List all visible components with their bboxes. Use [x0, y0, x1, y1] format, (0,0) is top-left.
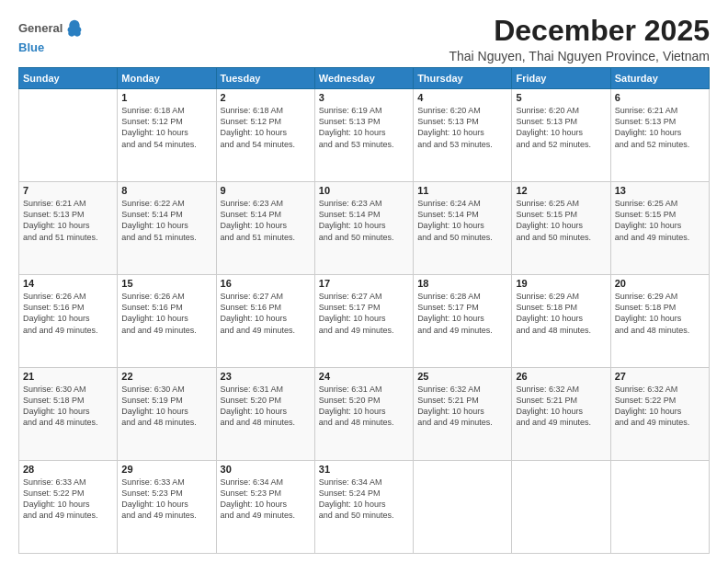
daylight-label: Daylight: 10 hours — [23, 499, 113, 510]
calendar-day-header: Friday — [512, 68, 610, 89]
calendar-table: SundayMondayTuesdayWednesdayThursdayFrid… — [18, 67, 710, 554]
calendar-cell: 26Sunrise: 6:32 AMSunset: 5:21 PMDayligh… — [512, 368, 610, 461]
sunrise-text: Sunrise: 6:20 AM — [417, 105, 507, 116]
sunrise-text: Sunrise: 6:29 AM — [615, 291, 705, 302]
calendar-cell: 11Sunrise: 6:24 AMSunset: 5:14 PMDayligh… — [414, 182, 512, 275]
sunset-text: Sunset: 5:22 PM — [615, 395, 705, 406]
calendar-cell: 18Sunrise: 6:28 AMSunset: 5:17 PMDayligh… — [414, 275, 512, 368]
calendar-day-header: Wednesday — [314, 68, 413, 89]
sunrise-text: Sunrise: 6:25 AM — [615, 198, 705, 209]
calendar-cell: 10Sunrise: 6:23 AMSunset: 5:14 PMDayligh… — [314, 182, 413, 275]
sunset-text: Sunset: 5:12 PM — [221, 116, 311, 127]
daylight-label: Daylight: 10 hours — [221, 127, 311, 138]
sunrise-text: Sunrise: 6:18 AM — [221, 105, 311, 116]
day-number: 22 — [121, 371, 211, 382]
daylight-minutes: and and 48 minutes. — [319, 417, 409, 428]
daylight-label: Daylight: 10 hours — [121, 313, 211, 324]
daylight-minutes: and and 49 minutes. — [121, 325, 211, 336]
daylight-label: Daylight: 10 hours — [121, 406, 211, 417]
daylight-minutes: and and 49 minutes. — [319, 325, 409, 336]
calendar-day-header: Tuesday — [216, 68, 314, 89]
sunrise-text: Sunrise: 6:30 AM — [23, 384, 113, 395]
sunset-text: Sunset: 5:16 PM — [221, 302, 311, 313]
daylight-minutes: and and 53 minutes. — [417, 139, 507, 150]
daylight-minutes: and and 49 minutes. — [417, 417, 507, 428]
day-number: 29 — [121, 464, 211, 475]
daylight-minutes: and and 53 minutes. — [319, 139, 409, 150]
page: General Blue December 2025 Thai Nguyen, … — [0, 0, 728, 563]
daylight-label: Daylight: 10 hours — [221, 406, 311, 417]
calendar-week-row: 1Sunrise: 6:18 AMSunset: 5:12 PMDaylight… — [19, 89, 710, 182]
sunrise-text: Sunrise: 6:33 AM — [121, 477, 211, 488]
daylight-minutes: and and 52 minutes. — [615, 139, 705, 150]
daylight-label: Daylight: 10 hours — [615, 313, 705, 324]
month-title: December 2025 — [449, 15, 710, 47]
calendar-cell — [512, 461, 610, 554]
calendar-cell: 20Sunrise: 6:29 AMSunset: 5:18 PMDayligh… — [610, 275, 709, 368]
calendar-cell — [19, 89, 118, 182]
day-number: 8 — [121, 185, 211, 196]
day-number: 1 — [121, 92, 211, 103]
calendar-cell: 3Sunrise: 6:19 AMSunset: 5:13 PMDaylight… — [314, 89, 413, 182]
subtitle: Thai Nguyen, Thai Nguyen Province, Vietn… — [449, 49, 710, 63]
sunset-text: Sunset: 5:12 PM — [121, 116, 211, 127]
day-number: 23 — [221, 371, 311, 382]
sunset-text: Sunset: 5:20 PM — [319, 395, 409, 406]
logo: General Blue — [18, 18, 85, 55]
sunrise-text: Sunrise: 6:20 AM — [516, 105, 606, 116]
sunset-text: Sunset: 5:14 PM — [221, 209, 311, 220]
sunset-text: Sunset: 5:15 PM — [615, 209, 705, 220]
sunset-text: Sunset: 5:24 PM — [319, 488, 409, 499]
daylight-label: Daylight: 10 hours — [121, 499, 211, 510]
sunset-text: Sunset: 5:20 PM — [221, 395, 311, 406]
day-number: 25 — [417, 371, 507, 382]
sunrise-text: Sunrise: 6:23 AM — [221, 198, 311, 209]
daylight-label: Daylight: 10 hours — [615, 406, 705, 417]
daylight-minutes: and and 50 minutes. — [319, 232, 409, 243]
sunrise-text: Sunrise: 6:31 AM — [221, 384, 311, 395]
sunset-text: Sunset: 5:13 PM — [516, 116, 606, 127]
day-number: 17 — [319, 278, 409, 289]
daylight-label: Daylight: 10 hours — [615, 127, 705, 138]
day-number: 3 — [319, 92, 409, 103]
daylight-label: Daylight: 10 hours — [121, 220, 211, 231]
sunrise-text: Sunrise: 6:22 AM — [121, 198, 211, 209]
day-number: 10 — [319, 185, 409, 196]
sunset-text: Sunset: 5:15 PM — [516, 209, 606, 220]
daylight-label: Daylight: 10 hours — [319, 406, 409, 417]
sunrise-text: Sunrise: 6:21 AM — [615, 105, 705, 116]
daylight-minutes: and and 49 minutes. — [221, 325, 311, 336]
calendar-cell: 14Sunrise: 6:26 AMSunset: 5:16 PMDayligh… — [19, 275, 118, 368]
daylight-minutes: and and 49 minutes. — [121, 510, 211, 521]
daylight-label: Daylight: 10 hours — [319, 220, 409, 231]
day-number: 5 — [516, 92, 606, 103]
daylight-minutes: and and 52 minutes. — [516, 139, 606, 150]
calendar-week-row: 21Sunrise: 6:30 AMSunset: 5:18 PMDayligh… — [19, 368, 710, 461]
daylight-label: Daylight: 10 hours — [221, 220, 311, 231]
calendar-cell: 13Sunrise: 6:25 AMSunset: 5:15 PMDayligh… — [610, 182, 709, 275]
sunset-text: Sunset: 5:13 PM — [23, 209, 113, 220]
daylight-minutes: and and 54 minutes. — [221, 139, 311, 150]
calendar-cell: 9Sunrise: 6:23 AMSunset: 5:14 PMDaylight… — [216, 182, 314, 275]
calendar-cell: 30Sunrise: 6:34 AMSunset: 5:23 PMDayligh… — [216, 461, 314, 554]
calendar-day-header: Monday — [118, 68, 216, 89]
daylight-minutes: and and 51 minutes. — [221, 232, 311, 243]
sunrise-text: Sunrise: 6:33 AM — [23, 477, 113, 488]
sunrise-text: Sunrise: 6:25 AM — [516, 198, 606, 209]
header: General Blue December 2025 Thai Nguyen, … — [18, 15, 710, 63]
sunset-text: Sunset: 5:18 PM — [516, 302, 606, 313]
sunset-text: Sunset: 5:21 PM — [516, 395, 606, 406]
calendar-cell: 21Sunrise: 6:30 AMSunset: 5:18 PMDayligh… — [19, 368, 118, 461]
daylight-minutes: and and 51 minutes. — [121, 232, 211, 243]
sunrise-text: Sunrise: 6:24 AM — [417, 198, 507, 209]
logo-icon — [64, 18, 85, 39]
calendar-cell: 23Sunrise: 6:31 AMSunset: 5:20 PMDayligh… — [216, 368, 314, 461]
calendar-day-header: Thursday — [414, 68, 512, 89]
daylight-minutes: and and 49 minutes. — [615, 417, 705, 428]
calendar-day-header: Sunday — [19, 68, 118, 89]
sunrise-text: Sunrise: 6:32 AM — [417, 384, 507, 395]
sunset-text: Sunset: 5:14 PM — [319, 209, 409, 220]
daylight-minutes: and and 51 minutes. — [23, 232, 113, 243]
sunset-text: Sunset: 5:18 PM — [615, 302, 705, 313]
calendar-cell: 22Sunrise: 6:30 AMSunset: 5:19 PMDayligh… — [118, 368, 216, 461]
